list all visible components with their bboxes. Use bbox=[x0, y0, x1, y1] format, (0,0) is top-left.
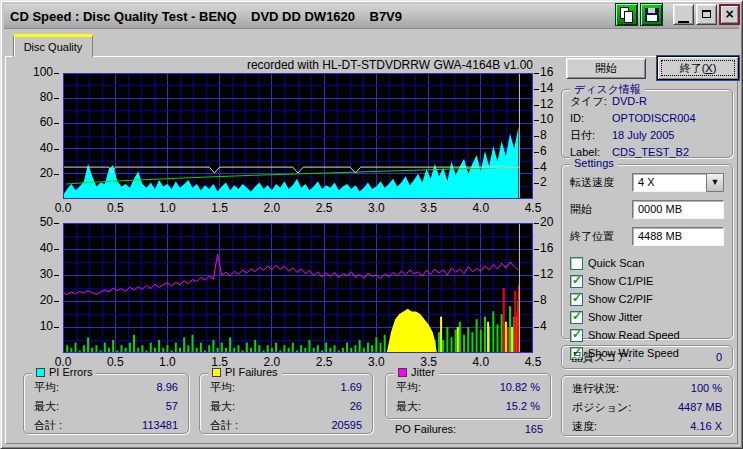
checkbox-show-c2-pif[interactable]: Show C2/PIF bbox=[570, 292, 724, 306]
close-button[interactable]: × bbox=[719, 4, 740, 25]
checkbox-icon bbox=[570, 293, 583, 306]
x-axis-tick: 1.5 bbox=[205, 201, 235, 215]
checkbox-show-jitter[interactable]: Show Jitter bbox=[570, 310, 724, 324]
y-axis-left-tick: 50 bbox=[19, 215, 53, 229]
end-position-field[interactable]: 4488 MB bbox=[632, 227, 724, 246]
checkbox-icon bbox=[570, 275, 583, 288]
pi-errors-panel: PI Errors 平均:8.96 最大:57 合計 :113481 bbox=[23, 373, 189, 434]
x-axis-tick: 1.0 bbox=[152, 355, 182, 369]
titlebar-buttons: × bbox=[613, 2, 740, 26]
y-axis-left-tick: 60 bbox=[19, 115, 53, 129]
recorded-with-text: recorded with HL-DT-STDVDRRW GWA-4164B v… bbox=[63, 58, 533, 72]
x-axis-tick: 4.5 bbox=[518, 201, 548, 215]
speed-row: 転送速度 4 X ▼ bbox=[570, 172, 724, 192]
x-axis-tick: 3.0 bbox=[361, 201, 391, 215]
jitter-title: Jitter bbox=[411, 366, 435, 378]
jitter-swatch bbox=[398, 368, 407, 377]
y-axis-left-tick: 40 bbox=[19, 141, 53, 155]
pi-failures-panel: PI Failures 平均:1.69 最大:26 合計 :20595 bbox=[199, 373, 373, 434]
y-axis-left-tick: 20 bbox=[19, 293, 53, 307]
pi-errors-title: PI Errors bbox=[49, 366, 92, 378]
checkbox-icon bbox=[570, 257, 583, 270]
x-axis-tick: 4.5 bbox=[518, 355, 548, 369]
disc-date-row: 日付:18 July 2005 bbox=[562, 127, 732, 144]
pie-speed-chart bbox=[63, 73, 533, 199]
pi-failures-average-row: 平均:1.69 bbox=[200, 378, 372, 397]
x-axis-tick: 2.0 bbox=[257, 201, 287, 215]
window-title: CD Speed : Disc Quality Test - BENQ DVD … bbox=[4, 9, 402, 24]
pi-failures-swatch bbox=[212, 368, 221, 377]
start-position-field[interactable]: 0000 MB bbox=[632, 200, 724, 219]
speed-status-row: 速度:4.16 X bbox=[562, 417, 732, 436]
x-axis-tick: 0.5 bbox=[100, 355, 130, 369]
x-axis-tick: 1.0 bbox=[152, 201, 182, 215]
settings-group: Settings 転送速度 4 X ▼ 開始 0000 MB 終了位置 4488… bbox=[561, 164, 733, 339]
pi-failures-total-row: 合計 :20595 bbox=[200, 416, 372, 435]
position-row: ポジション:4487 MB bbox=[562, 398, 732, 417]
x-axis-tick: 2.5 bbox=[309, 355, 339, 369]
end-position-row: 終了位置 4488 MB bbox=[570, 226, 724, 246]
x-axis-tick: 4.0 bbox=[466, 201, 496, 215]
x-axis-tick: 0.5 bbox=[100, 201, 130, 215]
x-axis-tick: 2.5 bbox=[309, 201, 339, 215]
pi-errors-total-row: 合計 :113481 bbox=[24, 416, 188, 435]
y-axis-left-tick: 100 bbox=[19, 65, 53, 79]
pi-failures-title: PI Failures bbox=[225, 366, 278, 378]
pi-failures-max-row: 最大:26 bbox=[200, 397, 372, 416]
pi-errors-swatch bbox=[36, 368, 45, 377]
speed-select[interactable]: 4 X ▼ bbox=[632, 173, 724, 192]
y-axis-left-tick: 40 bbox=[19, 241, 53, 255]
checkbox-show-c1-pie[interactable]: Show C1/PIE bbox=[570, 274, 724, 288]
x-axis-tick: 3.5 bbox=[414, 201, 444, 215]
tab-label: Disc Quality bbox=[24, 41, 83, 53]
start-button[interactable]: 開始 bbox=[566, 58, 646, 79]
chevron-down-icon[interactable]: ▼ bbox=[706, 173, 724, 192]
jitter-panel: Jitter 平均:10.82 % 最大:15.2 % bbox=[385, 373, 551, 419]
quality-score-row: 品質スコア:0 bbox=[562, 346, 732, 368]
quality-score-box: 品質スコア:0 bbox=[561, 345, 733, 369]
checkbox-icon bbox=[570, 329, 583, 342]
maximize-button[interactable] bbox=[696, 4, 717, 25]
checkbox-show-read-speed[interactable]: Show Read Speed bbox=[570, 328, 724, 342]
y-axis-left-tick: 20 bbox=[19, 166, 53, 180]
x-axis-tick: 0.0 bbox=[48, 201, 78, 215]
minimize-button[interactable] bbox=[673, 4, 694, 25]
settings-title: Settings bbox=[570, 157, 618, 169]
jitter-average-row: 平均:10.82 % bbox=[386, 378, 550, 397]
jitter-max-row: 最大:15.2 % bbox=[386, 397, 550, 416]
po-failures-label: PO Failures: bbox=[395, 423, 456, 435]
y-axis-left-tick: 30 bbox=[19, 267, 53, 281]
app-window: CD Speed : Disc Quality Test - BENQ DVD … bbox=[0, 0, 743, 449]
disc-info-group: ディスク情報 タイプ:DVD-R ID:OPTODISCR004 日付:18 J… bbox=[561, 89, 733, 158]
po-failures-row: PO Failures: 165 bbox=[395, 423, 543, 435]
po-failures-value: 165 bbox=[525, 423, 543, 435]
progress-row: 進行状況:100 % bbox=[562, 379, 732, 398]
exit-button[interactable]: 終了(X) bbox=[657, 56, 739, 80]
checkbox-quick-scan[interactable]: Quick Scan bbox=[570, 256, 724, 270]
pi-errors-average-row: 平均:8.96 bbox=[24, 378, 188, 397]
disc-id-row: ID:OPTODISCR004 bbox=[562, 110, 732, 127]
disc-info-title: ディスク情報 bbox=[570, 82, 645, 97]
start-position-row: 開始 0000 MB bbox=[570, 199, 724, 219]
pi-errors-max-row: 最大:57 bbox=[24, 397, 188, 416]
tab-disc-quality[interactable]: Disc Quality bbox=[13, 34, 93, 57]
y-axis-left-tick: 10 bbox=[19, 319, 53, 333]
x-axis-tick: 4.0 bbox=[466, 355, 496, 369]
progress-box: 進行状況:100 % ポジション:4487 MB 速度:4.16 X bbox=[561, 375, 733, 436]
copy-icon[interactable] bbox=[615, 3, 638, 26]
save-icon[interactable] bbox=[640, 3, 663, 26]
x-axis-tick: 3.0 bbox=[361, 355, 391, 369]
pif-jitter-chart bbox=[63, 223, 533, 353]
y-axis-left-tick: 80 bbox=[19, 90, 53, 104]
checkbox-icon bbox=[570, 311, 583, 324]
